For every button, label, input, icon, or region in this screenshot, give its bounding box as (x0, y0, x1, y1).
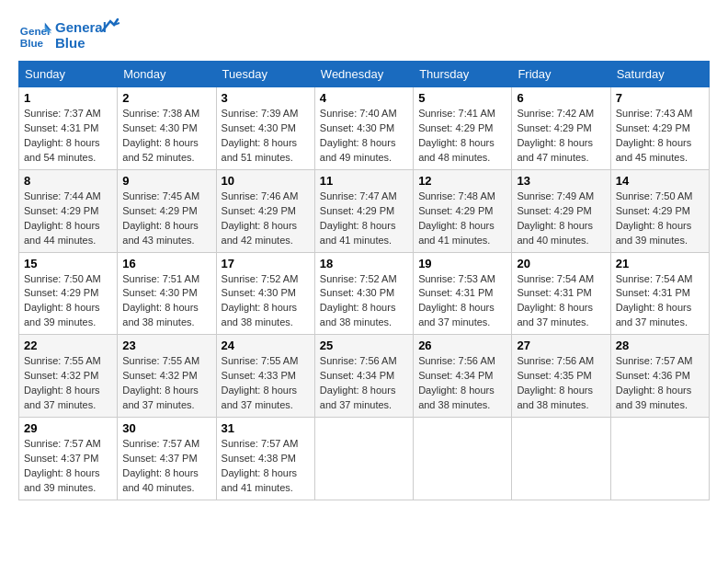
sunset-label: Sunset: 4:30 PM (222, 287, 296, 298)
daylight-label: Daylight: 8 hours and 43 minutes. (122, 220, 199, 246)
day-info: Sunrise: 7:50 AM Sunset: 4:29 PM Dayligh… (616, 190, 704, 248)
calendar-header-row: SundayMondayTuesdayWednesdayThursdayFrid… (19, 62, 710, 87)
daylight-label: Daylight: 8 hours and 38 minutes. (418, 385, 495, 410)
day-info: Sunrise: 7:46 AM Sunset: 4:29 PM Dayligh… (222, 190, 310, 248)
sunset-label: Sunset: 4:29 PM (418, 205, 493, 216)
sunrise-label: Sunrise: 7:54 AM (616, 273, 693, 284)
calendar-cell: 7 Sunrise: 7:43 AM Sunset: 4:29 PM Dayli… (610, 87, 709, 170)
calendar-cell: 23 Sunrise: 7:55 AM Sunset: 4:32 PM Dayl… (118, 335, 216, 418)
day-number: 22 (24, 339, 112, 352)
sunrise-label: Sunrise: 7:55 AM (222, 355, 299, 366)
day-info: Sunrise: 7:45 AM Sunset: 4:29 PM Dayligh… (122, 190, 210, 248)
daylight-label: Daylight: 8 hours and 52 minutes. (122, 137, 199, 163)
sunrise-label: Sunrise: 7:56 AM (320, 355, 397, 366)
sunset-label: Sunset: 4:38 PM (222, 453, 296, 464)
daylight-label: Daylight: 8 hours and 38 minutes. (222, 302, 298, 327)
calendar-cell (512, 418, 610, 500)
daylight-label: Daylight: 8 hours and 37 minutes. (418, 302, 495, 327)
logo: General Blue General Blue (18, 18, 119, 52)
logo-text-blue: Blue (55, 35, 107, 51)
day-info: Sunrise: 7:37 AM Sunset: 4:31 PM Dayligh… (24, 107, 112, 166)
sunset-label: Sunset: 4:29 PM (418, 122, 493, 133)
daylight-label: Daylight: 8 hours and 48 minutes. (418, 137, 495, 163)
daylight-label: Daylight: 8 hours and 37 minutes. (616, 302, 692, 327)
sunrise-label: Sunrise: 7:46 AM (222, 190, 299, 201)
daylight-label: Daylight: 8 hours and 49 minutes. (320, 137, 396, 163)
daylight-label: Daylight: 8 hours and 42 minutes. (222, 220, 298, 246)
calendar-cell: 6 Sunrise: 7:42 AM Sunset: 4:29 PM Dayli… (512, 87, 610, 170)
day-number: 24 (222, 339, 310, 352)
col-header-thursday: Thursday (414, 62, 512, 87)
day-number: 12 (418, 174, 506, 188)
sunrise-label: Sunrise: 7:50 AM (24, 273, 101, 284)
sunset-label: Sunset: 4:32 PM (122, 370, 197, 381)
sunset-label: Sunset: 4:34 PM (418, 370, 493, 381)
sunset-label: Sunset: 4:31 PM (616, 287, 690, 298)
day-number: 14 (616, 174, 704, 188)
daylight-label: Daylight: 8 hours and 37 minutes. (122, 385, 199, 410)
day-info: Sunrise: 7:56 AM Sunset: 4:34 PM Dayligh… (418, 354, 506, 413)
sunset-label: Sunset: 4:29 PM (517, 205, 591, 216)
daylight-label: Daylight: 8 hours and 37 minutes. (222, 385, 298, 410)
sunrise-label: Sunrise: 7:48 AM (418, 190, 495, 201)
sunrise-label: Sunrise: 7:57 AM (122, 438, 199, 449)
sunset-label: Sunset: 4:31 PM (517, 287, 591, 298)
day-info: Sunrise: 7:53 AM Sunset: 4:31 PM Dayligh… (418, 272, 506, 331)
daylight-label: Daylight: 8 hours and 38 minutes. (122, 302, 199, 327)
sunrise-label: Sunrise: 7:51 AM (122, 273, 199, 284)
day-info: Sunrise: 7:51 AM Sunset: 4:30 PM Dayligh… (122, 272, 210, 331)
day-info: Sunrise: 7:55 AM Sunset: 4:33 PM Dayligh… (222, 354, 310, 413)
day-number: 4 (320, 91, 408, 105)
sunrise-label: Sunrise: 7:52 AM (320, 273, 397, 284)
sunrise-label: Sunrise: 7:54 AM (517, 273, 594, 284)
day-number: 6 (517, 91, 605, 105)
day-number: 10 (222, 174, 310, 188)
day-info: Sunrise: 7:57 AM Sunset: 4:37 PM Dayligh… (24, 437, 112, 496)
sunset-label: Sunset: 4:32 PM (24, 370, 98, 381)
daylight-label: Daylight: 8 hours and 44 minutes. (24, 220, 100, 246)
sunset-label: Sunset: 4:37 PM (122, 453, 197, 464)
day-number: 30 (122, 421, 210, 435)
daylight-label: Daylight: 8 hours and 39 minutes. (616, 385, 692, 410)
sunrise-label: Sunrise: 7:37 AM (24, 108, 101, 119)
day-info: Sunrise: 7:56 AM Sunset: 4:34 PM Dayligh… (320, 354, 408, 413)
sunrise-label: Sunrise: 7:57 AM (616, 355, 693, 366)
day-number: 29 (24, 421, 112, 435)
day-number: 1 (24, 91, 112, 105)
sunset-label: Sunset: 4:37 PM (24, 453, 98, 464)
calendar-cell: 9 Sunrise: 7:45 AM Sunset: 4:29 PM Dayli… (118, 169, 216, 252)
logo-icon: General Blue (18, 18, 51, 52)
calendar-cell: 28 Sunrise: 7:57 AM Sunset: 4:36 PM Dayl… (610, 335, 709, 418)
daylight-label: Daylight: 8 hours and 39 minutes. (24, 302, 100, 327)
day-info: Sunrise: 7:56 AM Sunset: 4:35 PM Dayligh… (517, 354, 605, 413)
calendar-cell: 29 Sunrise: 7:57 AM Sunset: 4:37 PM Dayl… (19, 418, 118, 500)
day-number: 25 (320, 339, 408, 352)
calendar-cell: 30 Sunrise: 7:57 AM Sunset: 4:37 PM Dayl… (118, 418, 216, 500)
calendar-cell: 18 Sunrise: 7:52 AM Sunset: 4:30 PM Dayl… (314, 252, 413, 335)
calendar-cell: 3 Sunrise: 7:39 AM Sunset: 4:30 PM Dayli… (216, 87, 314, 170)
day-number: 27 (517, 339, 605, 352)
sunset-label: Sunset: 4:29 PM (517, 122, 591, 133)
day-info: Sunrise: 7:39 AM Sunset: 4:30 PM Dayligh… (222, 107, 310, 166)
calendar-cell: 1 Sunrise: 7:37 AM Sunset: 4:31 PM Dayli… (19, 87, 118, 170)
sunrise-label: Sunrise: 7:56 AM (517, 355, 594, 366)
sunrise-label: Sunrise: 7:41 AM (418, 108, 495, 119)
day-number: 19 (418, 257, 506, 270)
day-info: Sunrise: 7:44 AM Sunset: 4:29 PM Dayligh… (24, 190, 112, 248)
sunset-label: Sunset: 4:30 PM (222, 122, 296, 133)
calendar-cell: 11 Sunrise: 7:47 AM Sunset: 4:29 PM Dayl… (314, 169, 413, 252)
daylight-label: Daylight: 8 hours and 54 minutes. (24, 137, 100, 163)
sunset-label: Sunset: 4:29 PM (122, 205, 197, 216)
day-number: 3 (222, 91, 310, 105)
calendar-cell: 19 Sunrise: 7:53 AM Sunset: 4:31 PM Dayl… (414, 252, 512, 335)
daylight-label: Daylight: 8 hours and 51 minutes. (222, 137, 298, 163)
sunrise-label: Sunrise: 7:55 AM (24, 355, 101, 366)
sunset-label: Sunset: 4:30 PM (122, 122, 197, 133)
sunrise-label: Sunrise: 7:57 AM (222, 438, 299, 449)
calendar-cell: 5 Sunrise: 7:41 AM Sunset: 4:29 PM Dayli… (414, 87, 512, 170)
sunrise-label: Sunrise: 7:52 AM (222, 273, 299, 284)
sunrise-label: Sunrise: 7:44 AM (24, 190, 101, 201)
calendar-cell: 4 Sunrise: 7:40 AM Sunset: 4:30 PM Dayli… (314, 87, 413, 170)
day-number: 20 (517, 257, 605, 270)
day-number: 23 (122, 339, 210, 352)
